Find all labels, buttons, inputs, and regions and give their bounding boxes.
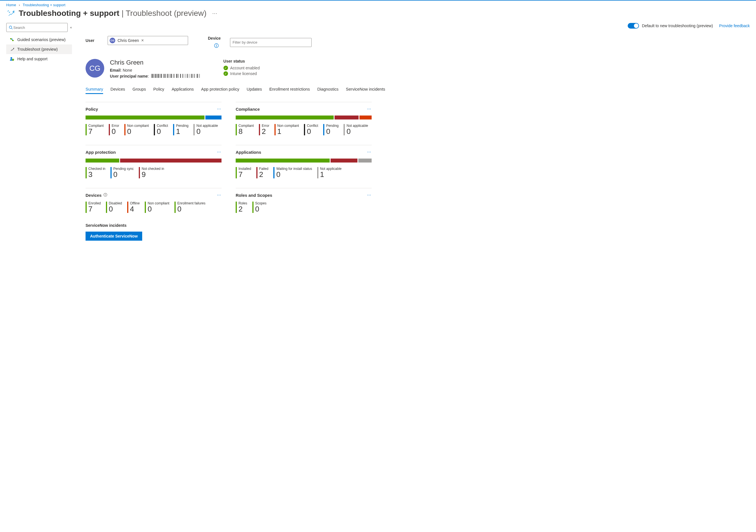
sidebar-item-label: Help and support xyxy=(17,57,48,61)
tab-policy[interactable]: Policy xyxy=(153,87,164,94)
tab-app-protection-policy[interactable]: App protection policy xyxy=(201,87,239,94)
metric-tick xyxy=(323,124,324,135)
metric-value: 0 xyxy=(112,128,119,135)
metric-value: 2 xyxy=(262,128,269,135)
metric-tick xyxy=(110,167,112,178)
sidebar-item-guided-scenarios[interactable]: Guided scenarios (preview) xyxy=(6,35,72,44)
user-filter-input[interactable]: CG Chris Green × xyxy=(108,36,188,45)
card-more-button[interactable]: ⋯ xyxy=(367,107,372,111)
card-more-button[interactable]: ⋯ xyxy=(217,150,222,154)
metric-waiting-for-install-status[interactable]: Waiting for install status0 xyxy=(273,167,312,178)
tab-servicenow-incidents[interactable]: ServiceNow incidents xyxy=(346,87,385,94)
info-icon[interactable] xyxy=(103,193,107,198)
card-title: Compliance xyxy=(236,107,372,112)
tab-enrollment-restrictions[interactable]: Enrollment restrictions xyxy=(269,87,310,94)
metric-roles[interactable]: Roles2 xyxy=(236,201,247,213)
breadcrumb-current[interactable]: Troubleshooting + support xyxy=(23,3,66,7)
metric-not-applicable[interactable]: Not applicable0 xyxy=(343,124,368,135)
svg-rect-41 xyxy=(195,74,195,78)
bar-segment-red xyxy=(331,159,358,163)
metric-compliant[interactable]: Compliant8 xyxy=(236,124,254,135)
default-troubleshoot-toggle[interactable] xyxy=(628,23,639,29)
metric-value: 0 xyxy=(127,128,149,135)
metric-enrollment-failures[interactable]: Enrollment failures0 xyxy=(175,201,205,213)
svg-rect-25 xyxy=(171,74,171,78)
metric-tick xyxy=(252,201,254,213)
metric-non-compliant[interactable]: Non compliant0 xyxy=(124,124,149,135)
metric-checked-in[interactable]: Checked in3 xyxy=(86,167,105,178)
metric-disabled[interactable]: Disabled0 xyxy=(106,201,122,213)
svg-rect-20 xyxy=(164,74,164,78)
svg-rect-10 xyxy=(153,74,153,78)
metrics: Checked in3Pending sync0Not checked in9 xyxy=(86,167,222,178)
metric-not-applicable[interactable]: Not applicable1 xyxy=(317,167,341,178)
metric-pending[interactable]: Pending1 xyxy=(173,124,188,135)
card-title: Policy xyxy=(86,107,222,112)
svg-rect-47 xyxy=(105,195,105,196)
metric-not-applicable[interactable]: Not applicable0 xyxy=(194,124,218,135)
tab-summary[interactable]: Summary xyxy=(86,87,103,94)
provide-feedback-link[interactable]: Provide feedback xyxy=(719,23,750,28)
metric-value: 0 xyxy=(326,128,338,135)
metric-compliant[interactable]: Compliant7 xyxy=(86,124,104,135)
metric-failed[interactable]: Failed2 xyxy=(256,167,269,178)
sidebar-item-label: Guided scenarios (preview) xyxy=(17,38,66,42)
status-bar xyxy=(86,116,222,120)
metric-installed[interactable]: Installed7 xyxy=(236,167,251,178)
authenticate-servicenow-button[interactable]: Authenticate ServiceNow xyxy=(86,232,142,241)
sidebar-search[interactable] xyxy=(6,23,68,32)
metrics: Enrolled7Disabled0Offline4Non compliant0… xyxy=(86,201,222,213)
metrics: Compliant8Error2Non compliant1Conflict0P… xyxy=(236,124,372,135)
tab-devices[interactable]: Devices xyxy=(110,87,125,94)
svg-rect-16 xyxy=(159,74,159,78)
svg-rect-39 xyxy=(192,74,192,78)
svg-rect-15 xyxy=(158,74,159,78)
info-icon[interactable] xyxy=(214,43,219,49)
svg-rect-18 xyxy=(161,74,162,78)
card-more-button[interactable]: ⋯ xyxy=(217,193,222,197)
metric-pending-sync[interactable]: Pending sync0 xyxy=(110,167,134,178)
bar-segment-blue xyxy=(205,116,222,120)
page-more-button[interactable]: ⋯ xyxy=(210,10,219,16)
help-icon: ? xyxy=(9,56,14,62)
sidebar: « Guided scenarios (preview) Troubleshoo… xyxy=(6,23,72,241)
tab-updates[interactable]: Updates xyxy=(247,87,262,94)
bar-segment-green xyxy=(236,116,334,120)
metric-enrolled[interactable]: Enrolled7 xyxy=(86,201,101,213)
metric-value: 0 xyxy=(307,128,318,135)
metric-scopes[interactable]: Scopes0 xyxy=(252,201,266,213)
metric-conflict[interactable]: Conflict0 xyxy=(154,124,168,135)
metric-error[interactable]: Error2 xyxy=(259,124,269,135)
metric-conflict[interactable]: Conflict0 xyxy=(304,124,318,135)
metric-value: 0 xyxy=(346,128,368,135)
metric-value: 7 xyxy=(238,171,251,178)
sidebar-search-input[interactable] xyxy=(13,25,65,30)
clear-user-icon[interactable]: × xyxy=(141,38,144,43)
device-filter-input[interactable] xyxy=(230,38,311,47)
collapse-sidebar-icon[interactable]: « xyxy=(70,25,72,29)
tab-diagnostics[interactable]: Diagnostics xyxy=(317,87,338,94)
user-chip-name: Chris Green xyxy=(118,38,139,43)
metric-offline[interactable]: Offline4 xyxy=(127,201,140,213)
card-more-button[interactable]: ⋯ xyxy=(367,150,372,154)
servicenow-title: ServiceNow incidents xyxy=(86,223,227,227)
metric-error[interactable]: Error0 xyxy=(109,124,119,135)
sidebar-item-help[interactable]: ? Help and support xyxy=(6,54,72,64)
metric-value: 4 xyxy=(130,205,140,213)
card-more-button[interactable]: ⋯ xyxy=(217,107,222,111)
tab-applications[interactable]: Applications xyxy=(172,87,194,94)
card-compliance: Compliance⋯Compliant8Error2Non compliant… xyxy=(236,102,372,135)
svg-rect-22 xyxy=(167,74,167,78)
metric-pending[interactable]: Pending0 xyxy=(323,124,338,135)
breadcrumb-home[interactable]: Home xyxy=(6,3,16,7)
sidebar-item-troubleshoot[interactable]: Troubleshoot (preview) xyxy=(6,44,72,54)
search-icon xyxy=(9,25,13,29)
metric-not-checked-in[interactable]: Not checked in9 xyxy=(139,167,164,178)
tab-groups[interactable]: Groups xyxy=(133,87,146,94)
svg-rect-8 xyxy=(151,74,151,78)
wrench-icon xyxy=(9,47,14,52)
card-more-button[interactable]: ⋯ xyxy=(367,193,372,197)
metric-tick xyxy=(106,201,107,213)
metric-non-compliant[interactable]: Non compliant0 xyxy=(145,201,169,213)
metric-non-compliant[interactable]: Non compliant1 xyxy=(275,124,299,135)
